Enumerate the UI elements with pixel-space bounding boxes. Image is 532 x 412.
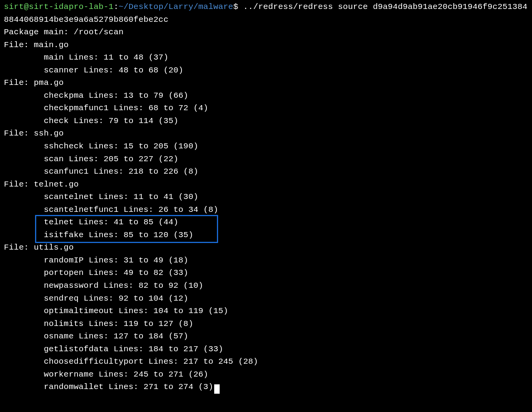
prompt-path: ~/Desktop/Larry/malware: [118, 2, 233, 11]
command-line: sirt@sirt-idapro-lab-1:~/Desktop/Larry/m…: [4, 1, 528, 26]
function-line: getlistofdata Lines: 184 to 217 (33): [4, 343, 528, 356]
file-header: File: utils.go: [4, 241, 528, 254]
file-header: File: telnet.go: [4, 178, 528, 191]
function-line: portopen Lines: 49 to 82 (33): [4, 267, 528, 280]
function-line: checkpma Lines: 13 to 79 (66): [4, 90, 528, 102]
function-line: checkpmafunc1 Lines: 68 to 72 (4): [4, 102, 528, 115]
function-line: optimaltimeout Lines: 104 to 119 (15): [4, 305, 528, 318]
file-header: File: pma.go: [4, 77, 528, 90]
function-line: osname Lines: 127 to 184 (57): [4, 330, 528, 343]
function-line: scan Lines: 205 to 227 (22): [4, 153, 528, 166]
function-line: main Lines: 11 to 48 (37): [4, 51, 528, 64]
terminal-cursor: [214, 384, 220, 394]
prompt-userhost: sirt@sirt-idapro-lab-1: [4, 2, 114, 11]
function-line: sendreq Lines: 92 to 104 (12): [4, 292, 528, 305]
prompt-dollar: $: [233, 2, 238, 11]
function-line: scanfunc1 Lines: 218 to 226 (8): [4, 166, 528, 178]
function-line: check Lines: 79 to 114 (35): [4, 115, 528, 128]
prompt-colon: :: [114, 2, 119, 11]
package-line: Package main: /root/scan: [4, 26, 528, 39]
function-line: scantelnet Lines: 11 to 41 (30): [4, 191, 528, 204]
function-line: nolimits Lines: 119 to 127 (8): [4, 318, 528, 331]
function-line: newpassword Lines: 82 to 92 (10): [4, 280, 528, 292]
terminal-window[interactable]: sirt@sirt-idapro-lab-1:~/Desktop/Larry/m…: [4, 1, 528, 394]
file-header: File: main.go: [4, 39, 528, 52]
file-header: File: ssh.go: [4, 127, 528, 140]
function-line: workername Lines: 245 to 271 (26): [4, 368, 528, 381]
function-line: scanner Lines: 48 to 68 (20): [4, 64, 528, 77]
highlight-rectangle: [35, 215, 218, 243]
function-line: scantelnetfunc1 Lines: 26 to 34 (8): [4, 204, 528, 217]
function-line: randomIP Lines: 31 to 49 (18): [4, 254, 528, 267]
function-line: choosedifficultyport Lines: 217 to 245 (…: [4, 356, 528, 368]
function-line: randomwallet Lines: 271 to 274 (3): [4, 381, 528, 394]
function-line: sshcheck Lines: 15 to 205 (190): [4, 140, 528, 153]
